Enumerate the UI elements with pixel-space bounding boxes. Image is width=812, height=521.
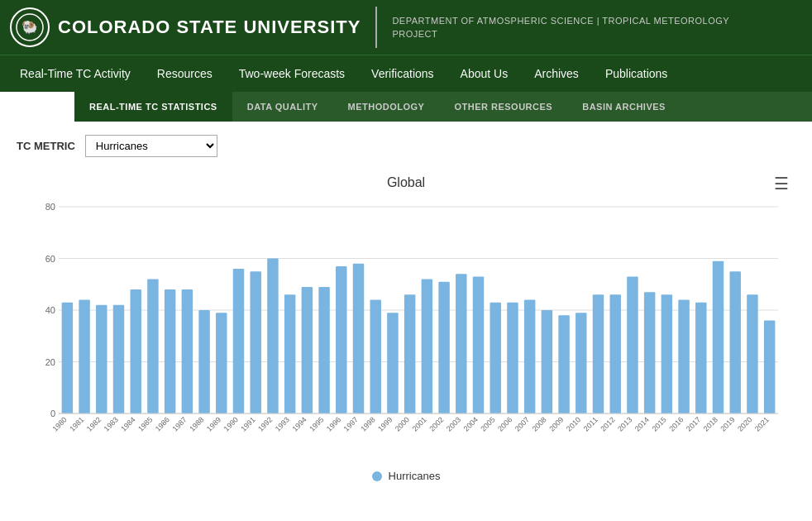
svg-text:2003: 2003 bbox=[445, 415, 462, 433]
svg-text:2009: 2009 bbox=[547, 415, 565, 433]
svg-text:1985: 1985 bbox=[136, 415, 154, 433]
svg-rect-76 bbox=[609, 294, 620, 413]
svg-rect-94 bbox=[764, 321, 775, 414]
svg-text:1997: 1997 bbox=[342, 415, 360, 433]
svg-rect-16 bbox=[96, 305, 107, 413]
svg-rect-50 bbox=[387, 313, 398, 413]
nav-item-publications[interactable]: Publications bbox=[592, 55, 681, 92]
svg-rect-32 bbox=[233, 269, 244, 413]
chart-container: Global ☰ 0204060801980198119821983198419… bbox=[17, 167, 795, 490]
svg-rect-34 bbox=[250, 271, 260, 413]
tab-realtime-tc-statistics[interactable]: REAL-TIME TC STATISTICS bbox=[74, 92, 232, 122]
svg-text:1998: 1998 bbox=[359, 415, 376, 433]
nav-item-verifications[interactable]: Verifications bbox=[358, 55, 447, 92]
tab-basin-archives[interactable]: BASIN ARCHIVES bbox=[567, 92, 681, 122]
svg-rect-18 bbox=[113, 305, 124, 413]
svg-text:2012: 2012 bbox=[599, 415, 616, 433]
tc-metric-label: TC METRIC bbox=[17, 140, 75, 152]
svg-rect-12 bbox=[62, 303, 73, 413]
main-content: TC METRIC Hurricanes Tropical Storms Nam… bbox=[0, 122, 812, 504]
svg-text:1989: 1989 bbox=[205, 415, 222, 433]
svg-text:2013: 2013 bbox=[616, 415, 633, 433]
svg-rect-80 bbox=[644, 292, 655, 413]
site-header: 🐏 COLORADO STATE UNIVERSITY DEPARTMENT O… bbox=[0, 0, 812, 55]
svg-text:1990: 1990 bbox=[222, 415, 240, 433]
svg-rect-56 bbox=[438, 282, 449, 413]
svg-text:20: 20 bbox=[45, 357, 55, 367]
svg-rect-28 bbox=[198, 310, 209, 413]
svg-rect-30 bbox=[216, 313, 227, 413]
svg-text:1991: 1991 bbox=[239, 415, 256, 433]
svg-text:2001: 2001 bbox=[411, 415, 428, 433]
svg-rect-14 bbox=[79, 300, 89, 414]
svg-rect-22 bbox=[147, 280, 158, 414]
svg-rect-36 bbox=[267, 259, 278, 414]
svg-text:1999: 1999 bbox=[376, 415, 394, 433]
svg-rect-66 bbox=[524, 300, 535, 414]
svg-text:2015: 2015 bbox=[651, 415, 668, 433]
chart-legend: Hurricanes bbox=[17, 470, 795, 482]
svg-text:2018: 2018 bbox=[702, 415, 719, 433]
svg-rect-38 bbox=[284, 294, 295, 413]
svg-text:0: 0 bbox=[50, 409, 55, 418]
chart-svg-area: 0204060801980198119821983198419851986198… bbox=[17, 198, 795, 463]
svg-text:1992: 1992 bbox=[256, 415, 274, 433]
svg-text:1982: 1982 bbox=[85, 415, 103, 433]
svg-rect-52 bbox=[404, 294, 415, 413]
svg-text:2002: 2002 bbox=[427, 415, 445, 433]
nav-item-about[interactable]: About Us bbox=[447, 55, 522, 92]
svg-rect-86 bbox=[695, 303, 706, 413]
svg-text:2006: 2006 bbox=[496, 415, 513, 433]
tab-other-resources[interactable]: OTHER RESOURCES bbox=[439, 92, 567, 122]
svg-rect-40 bbox=[302, 287, 313, 413]
svg-text:🐏: 🐏 bbox=[21, 19, 38, 35]
tc-metric-select[interactable]: Hurricanes Tropical Storms Named Storms … bbox=[85, 135, 217, 157]
svg-text:60: 60 bbox=[45, 254, 55, 264]
svg-text:2016: 2016 bbox=[667, 415, 685, 433]
svg-text:80: 80 bbox=[45, 202, 55, 212]
svg-rect-64 bbox=[507, 303, 518, 413]
svg-text:2021: 2021 bbox=[753, 415, 771, 433]
svg-text:1986: 1986 bbox=[154, 415, 171, 433]
dept-info: DEPARTMENT OF ATMOSPHERIC SCIENCE | TROP… bbox=[392, 14, 729, 41]
svg-text:1984: 1984 bbox=[119, 415, 136, 433]
svg-text:2008: 2008 bbox=[531, 415, 548, 433]
svg-text:40: 40 bbox=[45, 305, 55, 315]
svg-rect-58 bbox=[456, 274, 466, 413]
tc-metric-row: TC METRIC Hurricanes Tropical Storms Nam… bbox=[17, 135, 795, 157]
legend-label: Hurricanes bbox=[389, 470, 441, 482]
svg-text:2014: 2014 bbox=[633, 415, 651, 433]
svg-rect-88 bbox=[713, 261, 724, 413]
university-name: COLORADO STATE UNIVERSITY bbox=[58, 17, 361, 38]
svg-rect-72 bbox=[576, 313, 586, 413]
tab-data-quality[interactable]: DATA QUALITY bbox=[232, 92, 333, 122]
svg-text:2007: 2007 bbox=[513, 415, 531, 433]
svg-text:2005: 2005 bbox=[479, 415, 496, 433]
svg-rect-48 bbox=[370, 300, 380, 414]
svg-rect-26 bbox=[182, 289, 193, 413]
svg-text:2010: 2010 bbox=[565, 415, 582, 433]
svg-rect-70 bbox=[558, 315, 569, 413]
nav-item-forecasts[interactable]: Two-week Forecasts bbox=[226, 55, 358, 92]
sub-nav: REAL-TIME TC STATISTICS DATA QUALITY MET… bbox=[74, 92, 812, 122]
nav-item-realtime[interactable]: Real-Time TC Activity bbox=[7, 55, 144, 92]
header-divider bbox=[375, 7, 377, 48]
svg-rect-62 bbox=[490, 303, 500, 413]
svg-rect-90 bbox=[729, 271, 740, 413]
svg-rect-74 bbox=[593, 294, 604, 413]
chart-menu-icon[interactable]: ☰ bbox=[774, 174, 789, 194]
tab-methodology[interactable]: METHODOLOGY bbox=[333, 92, 440, 122]
svg-rect-84 bbox=[678, 300, 689, 414]
svg-rect-78 bbox=[627, 276, 638, 413]
logo-area: 🐏 COLORADO STATE UNIVERSITY bbox=[10, 7, 361, 47]
svg-rect-46 bbox=[353, 264, 364, 413]
svg-rect-54 bbox=[422, 280, 432, 414]
svg-rect-92 bbox=[747, 294, 757, 413]
svg-text:1994: 1994 bbox=[291, 415, 308, 433]
legend-dot bbox=[372, 471, 382, 481]
nav-item-archives[interactable]: Archives bbox=[521, 55, 592, 92]
svg-text:2011: 2011 bbox=[582, 415, 599, 433]
svg-text:1983: 1983 bbox=[103, 415, 120, 433]
nav-item-resources[interactable]: Resources bbox=[144, 55, 226, 92]
svg-rect-20 bbox=[130, 289, 141, 413]
